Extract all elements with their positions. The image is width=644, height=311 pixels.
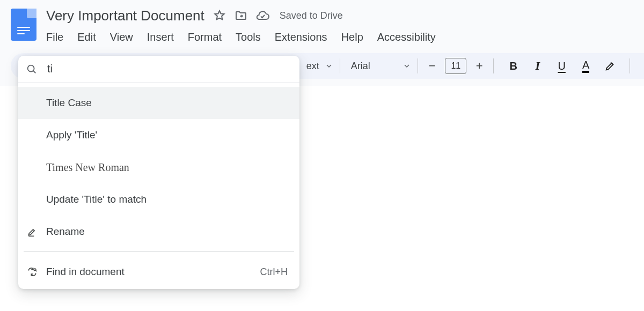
underline-button[interactable]: U [552,56,571,76]
menu-item-title-case[interactable]: Title Case [18,87,299,119]
document-title[interactable]: Very Important Document [46,8,204,24]
paragraph-styles-dropdown[interactable]: ext [301,53,332,79]
saved-status-text[interactable]: Saved to Drive [280,10,343,21]
menu-edit[interactable]: Edit [77,31,96,43]
menu-item-shortcut: Ctrl+H [260,266,288,278]
font-size-group: − 11 + [426,53,486,79]
menu-extensions[interactable]: Extensions [275,31,327,43]
app-header: Very Important Document Saved to Drive F… [0,0,644,43]
menu-item-find-in-document[interactable]: Find in document Ctrl+H [18,255,299,289]
toolbar-divider [493,58,494,73]
svg-line-1 [33,70,35,72]
font-size-input[interactable]: 11 [445,58,466,74]
menu-insert[interactable]: Insert [147,31,174,43]
menu-item-label: Rename [46,226,85,238]
svg-point-3 [34,269,36,271]
chevron-down-icon [326,63,332,69]
font-family-dropdown[interactable]: Arial [348,53,411,79]
increase-font-size-button[interactable]: + [473,59,486,73]
menu-tools[interactable]: Tools [236,31,261,43]
menu-item-label: Apply 'Title' [46,129,97,141]
toolbar-divider [340,58,340,73]
menu-item-label: Times New Roman [46,161,129,174]
move-folder-icon[interactable] [235,9,247,22]
paragraph-styles-label: ext [303,61,323,72]
menu-file[interactable]: File [46,31,63,43]
search-icon [26,63,38,75]
menu-accessibility[interactable]: Accessibility [377,31,436,43]
cloud-saved-icon[interactable] [256,10,270,21]
menu-help[interactable]: Help [341,31,363,43]
menu-item-update-title[interactable]: Update 'Title' to match [18,183,299,216]
menu-item-label: Title Case [46,97,92,109]
menu-item-times-new-roman[interactable]: Times New Roman [18,151,299,183]
bold-button[interactable]: B [504,56,523,76]
menu-separator [24,251,294,251]
find-replace-icon [27,266,38,277]
decrease-font-size-button[interactable]: − [426,59,438,73]
search-menu-panel: Title Case Apply 'Title' Times New Roman… [18,56,299,289]
menu-bar: File Edit View Insert Format Tools Exten… [46,31,644,43]
menu-item-apply-title[interactable]: Apply 'Title' [18,119,299,151]
menu-format[interactable]: Format [188,31,222,43]
toolbar-divider [630,58,630,73]
highlight-color-button[interactable] [601,56,619,76]
menu-item-label: Update 'Title' to match [46,194,147,205]
header-main: Very Important Document Saved to Drive F… [46,6,644,43]
text-color-button[interactable]: A [576,56,595,76]
rename-icon [27,226,38,237]
menu-item-label: Find in document [46,266,125,278]
search-row [18,56,299,83]
chevron-down-icon [404,63,410,69]
menu-item-rename[interactable]: Rename [18,216,299,248]
font-name-label: Arial [348,61,374,72]
star-icon[interactable] [213,9,226,22]
title-row: Very Important Document Saved to Drive [46,6,644,25]
search-results-list: Title Case Apply 'Title' Times New Roman… [18,83,299,289]
svg-point-0 [28,65,34,71]
menu-view[interactable]: View [110,31,133,43]
docs-logo-icon[interactable] [11,9,36,41]
svg-line-4 [36,271,37,272]
search-input[interactable] [47,63,292,75]
italic-button[interactable]: I [528,56,547,76]
toolbar-divider [418,58,418,73]
